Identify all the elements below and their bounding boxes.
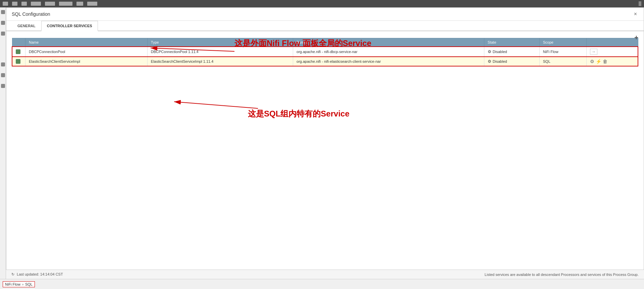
- row2-type: ElasticSearchClientServiceImpl 1.11.4: [147, 57, 293, 66]
- trash-icon[interactable]: 🗑: [603, 59, 607, 64]
- table-header: Name Type Bundle State Scope: [12, 38, 638, 47]
- disabled-icon: ⚙: [488, 49, 491, 54]
- add-service-button[interactable]: +: [634, 34, 638, 42]
- col-header-state: State: [484, 38, 539, 47]
- row2-bundle: org.apache.nifi - nifi-elasticsearch-cli…: [293, 57, 484, 66]
- sidebar-icon-6[interactable]: [1, 84, 5, 88]
- row2-state: ⚙ Disabled: [484, 57, 539, 66]
- row1-name: DBCPConnectionPool: [25, 47, 148, 57]
- table-row: DBCPConnectionPool DBCPConnectionPool 1.…: [12, 47, 638, 57]
- dialog: SQL Configuration × GENERAL CONTROLLER S…: [6, 7, 644, 279]
- row2-icon-cell: [12, 57, 25, 66]
- row2-actions[interactable]: ⚙ ⚡ 🗑: [586, 57, 638, 66]
- status-note: Listed services are available to all des…: [485, 273, 639, 277]
- row1-state: ⚙ Disabled: [484, 47, 539, 57]
- breadcrumb-separator: »: [22, 282, 24, 286]
- db-icon-2: [16, 59, 20, 64]
- sidebar-icon-3[interactable]: [1, 32, 5, 36]
- col-header-type: Type: [147, 38, 293, 47]
- row1-state-label: Disabled: [493, 50, 507, 54]
- row1-scope: NiFi Flow: [539, 47, 586, 57]
- toolbar-icon-2: [12, 2, 17, 6]
- breadcrumb[interactable]: NiFi Flow » SQL: [3, 281, 35, 287]
- toolbar-icon-5: [45, 2, 55, 6]
- last-updated: ↻ Last updated: 14:14:04 CST: [11, 272, 63, 277]
- breadcrumb-nifi-flow[interactable]: NiFi Flow: [5, 282, 20, 286]
- sidebar-icon-1[interactable]: [1, 10, 5, 14]
- sidebar-icon-5[interactable]: [1, 73, 5, 77]
- toolbar-icon-3: [21, 2, 27, 6]
- row2-state-label: Disabled: [493, 59, 507, 63]
- refresh-icon[interactable]: ↻: [11, 272, 14, 277]
- col-header-name: [12, 38, 25, 47]
- svg-line-3: [174, 102, 258, 108]
- toolbar-icon-7: [76, 2, 83, 6]
- annotation-2: 这是SQL组内特有的Service: [248, 108, 350, 119]
- annotations-layer: [6, 31, 644, 279]
- breadcrumb-sql[interactable]: SQL: [25, 282, 33, 286]
- col-header-bundle: Bundle: [293, 38, 484, 47]
- dialog-body: + Name Type Bundle State Scope: [6, 31, 644, 279]
- row1-actions[interactable]: →: [586, 47, 638, 57]
- toolbar-icon-1: [3, 2, 8, 6]
- left-sidebar: [0, 7, 6, 283]
- tabs-bar: GENERAL CONTROLLER SERVICES: [6, 21, 644, 31]
- gear-icon[interactable]: ⚙: [590, 59, 594, 64]
- last-updated-text: Last updated: 14:14:04 CST: [17, 272, 63, 276]
- sidebar-icon-4[interactable]: [1, 62, 5, 66]
- top-toolbar: [0, 0, 644, 7]
- toolbar-icon-6: [59, 2, 72, 6]
- close-button[interactable]: ×: [633, 11, 638, 17]
- status-bar: ↻ Last updated: 14:14:04 CST Listed serv…: [6, 270, 644, 279]
- col-header-actions: [586, 38, 638, 47]
- dialog-title: SQL Configuration: [12, 11, 50, 17]
- toolbar-icon-9: [639, 1, 641, 6]
- tab-controller-services[interactable]: CONTROLLER SERVICES: [41, 21, 98, 31]
- col-header-name-label: Name: [25, 38, 148, 47]
- table-body: DBCPConnectionPool DBCPConnectionPool 1.…: [12, 47, 638, 66]
- row1-icon-cell: [12, 47, 25, 57]
- dialog-header: SQL Configuration ×: [6, 8, 644, 21]
- row1-bundle: org.apache.nifi - nifi-dbcp-service-nar: [293, 47, 484, 57]
- db-icon: [16, 49, 20, 54]
- tab-general[interactable]: GENERAL: [12, 21, 41, 31]
- navigate-button[interactable]: →: [590, 49, 597, 55]
- row2-name: ElasticSearchClientServiceImpl: [25, 57, 148, 66]
- breadcrumb-bar: NiFi Flow » SQL: [0, 279, 644, 289]
- row1-type: DBCPConnectionPool 1.11.4: [147, 47, 293, 57]
- disabled-icon-2: ⚙: [488, 59, 491, 64]
- toolbar-icon-8: [87, 2, 97, 6]
- toolbar-icon-4: [31, 2, 41, 6]
- services-table: Name Type Bundle State Scope DBCPConnect…: [12, 38, 638, 66]
- table-row: ElasticSearchClientServiceImpl ElasticSe…: [12, 57, 638, 66]
- row2-scope: SQL: [539, 57, 586, 66]
- lightning-icon[interactable]: ⚡: [596, 59, 601, 64]
- sidebar-icon-2[interactable]: [1, 21, 5, 25]
- col-header-scope: Scope: [539, 38, 586, 47]
